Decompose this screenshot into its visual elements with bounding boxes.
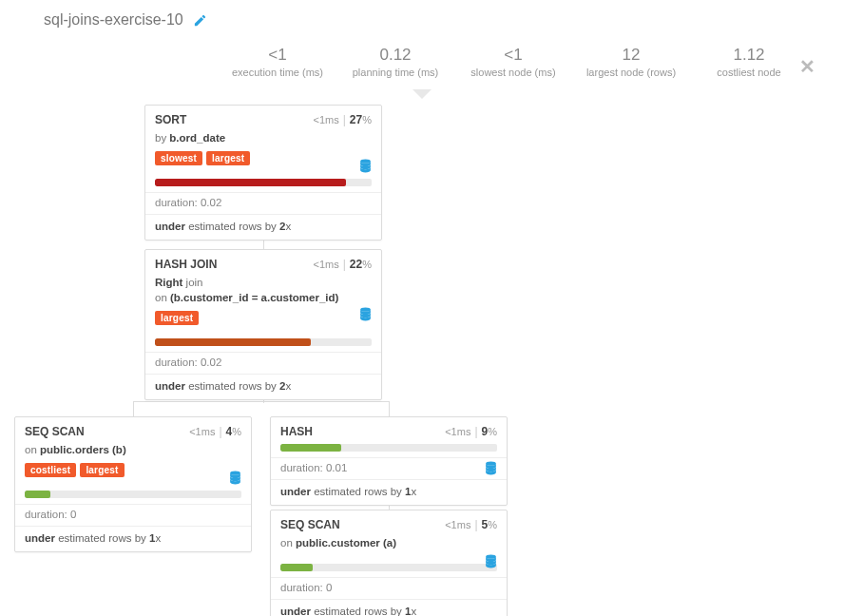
svg-point-0 bbox=[360, 160, 371, 164]
database-icon bbox=[485, 461, 497, 475]
svg-point-1 bbox=[360, 308, 371, 312]
duration-bar bbox=[155, 179, 372, 186]
database-icon bbox=[359, 307, 372, 321]
node-pct: 27 bbox=[350, 113, 362, 126]
node-pct: 5 bbox=[482, 518, 489, 531]
database-icon bbox=[359, 159, 372, 173]
stat-value: <1 bbox=[466, 46, 561, 65]
node-time: <1ms bbox=[445, 519, 470, 530]
stat-label: execution time (ms) bbox=[230, 67, 325, 78]
node-time: <1ms bbox=[445, 426, 470, 437]
duration-bar bbox=[280, 444, 497, 452]
stat-label: slowest node (ms) bbox=[466, 67, 561, 78]
stat-value: 1.12 bbox=[701, 46, 796, 65]
node-time: <1ms bbox=[189, 426, 215, 437]
svg-point-4 bbox=[486, 555, 496, 559]
connector bbox=[389, 401, 390, 416]
node-name: SORT bbox=[155, 113, 186, 126]
duration-bar bbox=[155, 338, 372, 346]
plan-node-sort[interactable]: SORT <1ms | 27 % by b.ord_date slowest l… bbox=[144, 105, 382, 241]
connector bbox=[133, 401, 134, 416]
close-icon[interactable]: ✕ bbox=[799, 55, 815, 78]
duration-bar bbox=[280, 564, 497, 571]
node-name: SEQ SCAN bbox=[25, 425, 85, 438]
node-time: <1ms bbox=[314, 114, 339, 125]
duration-bar bbox=[25, 491, 241, 498]
stat-label: largest node (rows) bbox=[584, 67, 679, 78]
connector bbox=[133, 401, 390, 402]
node-name: HASH JOIN bbox=[155, 258, 217, 271]
node-name: SEQ SCAN bbox=[280, 518, 340, 531]
edit-icon[interactable] bbox=[193, 13, 207, 28]
node-time: <1ms bbox=[314, 259, 339, 270]
stat-planning-time: 0.12 planning time (ms) bbox=[348, 46, 443, 78]
tag-costliest: costliest bbox=[25, 463, 76, 477]
database-icon bbox=[229, 471, 241, 485]
stat-value: <1 bbox=[230, 46, 325, 65]
stat-slowest-node: <1 slowest node (ms) bbox=[466, 46, 561, 78]
plan-node-seq-scan-customer[interactable]: SEQ SCAN <1ms | 5 % on public.customer (… bbox=[270, 510, 508, 616]
svg-point-3 bbox=[486, 462, 496, 466]
node-pct: 4 bbox=[226, 425, 233, 438]
page-title: sql-joins-exercise-10 bbox=[44, 11, 183, 29]
stat-label: planning time (ms) bbox=[348, 67, 443, 78]
stat-execution-time: <1 execution time (ms) bbox=[230, 46, 325, 78]
caret-down-icon bbox=[412, 89, 432, 99]
database-icon bbox=[485, 554, 497, 568]
node-pct: 9 bbox=[482, 425, 489, 438]
plan-node-hash-join[interactable]: HASH JOIN <1ms | 22 % Right join on (b.c… bbox=[144, 249, 382, 400]
svg-point-2 bbox=[230, 472, 240, 475]
stat-value: 12 bbox=[584, 46, 679, 65]
plan-canvas: SORT <1ms | 27 % by b.ord_date slowest l… bbox=[0, 99, 844, 616]
stat-label: costliest node bbox=[701, 67, 796, 78]
stat-value: 0.12 bbox=[348, 46, 443, 65]
stat-costliest-node: 1.12 costliest node bbox=[701, 46, 796, 78]
stat-largest-node: 12 largest node (rows) bbox=[584, 46, 679, 78]
tag-largest: largest bbox=[206, 151, 250, 165]
stats-bar: <1 execution time (ms) 0.12 planning tim… bbox=[230, 46, 821, 78]
tag-largest: largest bbox=[155, 311, 199, 325]
tag-slowest: slowest bbox=[155, 151, 202, 165]
node-name: HASH bbox=[280, 425, 313, 438]
node-pct: 22 bbox=[350, 258, 362, 271]
tag-largest: largest bbox=[80, 463, 124, 477]
plan-node-hash[interactable]: HASH <1ms | 9 % duration: 0.01 under est… bbox=[270, 416, 508, 506]
plan-node-seq-scan-orders[interactable]: SEQ SCAN <1ms | 4 % on public.orders (b)… bbox=[14, 416, 252, 552]
